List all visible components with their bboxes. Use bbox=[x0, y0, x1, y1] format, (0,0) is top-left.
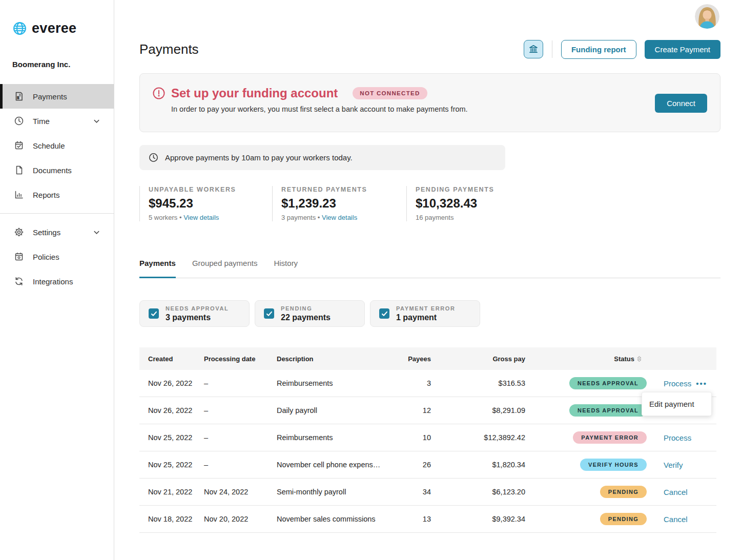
cell-description: Reimbursements bbox=[277, 379, 403, 387]
col-processing-date: Processing date bbox=[204, 355, 277, 363]
table-row: Nov 26, 2022 – Reimbursements 3 $316.53 … bbox=[139, 370, 716, 397]
cell-payees: 10 bbox=[403, 433, 439, 442]
sidebar-item-policies[interactable]: Policies bbox=[0, 244, 114, 269]
sidebar-item-label: Documents bbox=[33, 166, 72, 175]
row-action-link[interactable]: Process bbox=[664, 379, 691, 388]
menu-item-edit-payment[interactable]: Edit payment bbox=[642, 399, 711, 409]
sidebar-item-reports[interactable]: Reports bbox=[0, 182, 114, 207]
bar-chart-icon bbox=[14, 190, 24, 200]
checkbox-checked-icon[interactable] bbox=[264, 308, 274, 319]
page-title: Payments bbox=[139, 42, 524, 57]
filter-pending[interactable]: PENDING 22 payments bbox=[255, 300, 365, 327]
cell-created: Nov 25, 2022 bbox=[139, 461, 204, 469]
stat-sub: 5 workers • bbox=[149, 214, 182, 221]
user-avatar[interactable] bbox=[695, 4, 719, 29]
cell-payees: 26 bbox=[403, 461, 439, 469]
checkbox-checked-icon[interactable] bbox=[379, 308, 389, 319]
sidebar-item-payments[interactable]: $ Payments bbox=[0, 84, 114, 109]
stat-label: UNPAYABLE WORKERS bbox=[149, 186, 272, 193]
topbar bbox=[115, 0, 742, 33]
chevron-down-icon[interactable] bbox=[93, 117, 100, 125]
cell-created: Nov 18, 2022 bbox=[139, 515, 204, 523]
status-badge: PENDING bbox=[600, 486, 647, 498]
payments-table: Created Processing date Description Paye… bbox=[139, 347, 716, 533]
row-action-link[interactable]: Cancel bbox=[664, 515, 688, 524]
clock-icon bbox=[14, 116, 24, 126]
cell-created: Nov 25, 2022 bbox=[139, 433, 204, 442]
col-payees: Payees bbox=[403, 355, 439, 363]
tab-grouped-payments[interactable]: Grouped payments bbox=[192, 259, 258, 278]
sidebar-item-label: Schedule bbox=[33, 141, 65, 150]
status-badge: VERIFY HOURS bbox=[580, 459, 647, 471]
document-icon bbox=[14, 165, 24, 175]
stat-value: $945.23 bbox=[149, 196, 272, 211]
cell-gross-pay: $316.53 bbox=[439, 379, 533, 387]
filter-count: 1 payment bbox=[396, 313, 456, 322]
col-description: Description bbox=[277, 355, 403, 363]
bank-icon bbox=[528, 44, 539, 54]
cell-gross-pay: $12,3892.42 bbox=[439, 433, 533, 442]
stat-label: PENDING PAYMENTS bbox=[416, 186, 539, 193]
connect-button[interactable]: Connect bbox=[655, 94, 707, 113]
sidebar-item-time[interactable]: Time bbox=[0, 109, 114, 133]
cell-description: Semi-monthly payroll bbox=[277, 488, 403, 496]
sidebar-item-label: Payments bbox=[33, 92, 67, 101]
tab-bar: Payments Grouped payments History bbox=[139, 259, 720, 278]
sidebar-item-label: Policies bbox=[33, 253, 59, 261]
view-details-link[interactable]: View details bbox=[183, 214, 219, 221]
svg-text:$: $ bbox=[17, 95, 19, 100]
row-action-link[interactable]: Process bbox=[664, 433, 691, 442]
stats-row: UNPAYABLE WORKERS $945.23 5 workers • Vi… bbox=[139, 186, 720, 221]
cell-created: Nov 21, 2022 bbox=[139, 488, 204, 496]
row-menu-icon[interactable] bbox=[696, 379, 707, 388]
sidebar-item-label: Time bbox=[33, 117, 50, 126]
row-context-menu: Edit payment bbox=[642, 392, 712, 416]
sidebar: everee Boomerang Inc. $ Payments Time Sc… bbox=[0, 0, 114, 560]
cell-processing-date: Nov 20, 2022 bbox=[204, 515, 277, 523]
filter-needs-approval[interactable]: NEEDS APPROVAL 3 payments bbox=[139, 300, 250, 327]
row-action-link[interactable]: Cancel bbox=[664, 488, 688, 496]
cell-created: Nov 26, 2022 bbox=[139, 379, 204, 387]
cell-gross-pay: $1,820.34 bbox=[439, 461, 533, 469]
filter-label: PAYMENT ERROR bbox=[396, 305, 456, 312]
col-created: Created bbox=[139, 355, 204, 363]
funding-banner-description: In order to pay your workers, you must f… bbox=[171, 105, 707, 113]
sidebar-item-documents[interactable]: Documents bbox=[0, 158, 114, 182]
chevron-down-icon[interactable] bbox=[93, 229, 100, 236]
sidebar-item-integrations[interactable]: Integrations bbox=[0, 269, 114, 294]
view-details-link[interactable]: View details bbox=[322, 214, 357, 221]
table-row: Nov 21, 2022 Nov 24, 2022 Semi-monthly p… bbox=[139, 479, 716, 506]
filter-payment-error[interactable]: PAYMENT ERROR 1 payment bbox=[370, 300, 480, 327]
cell-description: November sales commissions bbox=[277, 515, 403, 523]
col-status: Status bbox=[614, 355, 634, 363]
sort-icon[interactable] bbox=[637, 356, 642, 362]
cell-payees: 3 bbox=[403, 379, 439, 387]
funding-banner-title: Set up your funding account bbox=[171, 86, 338, 100]
cell-gross-pay: $9,392.34 bbox=[439, 515, 533, 523]
clock-icon bbox=[148, 152, 159, 163]
cell-gross-pay: $6,123.20 bbox=[439, 488, 533, 496]
stat-value: $10,328.43 bbox=[416, 196, 539, 211]
gear-icon bbox=[14, 227, 24, 237]
funding-report-button[interactable]: Funding report bbox=[561, 40, 636, 59]
tab-payments[interactable]: Payments bbox=[139, 259, 176, 278]
cell-processing-date: – bbox=[204, 379, 277, 387]
everee-logo: everee bbox=[12, 20, 101, 36]
globe-icon bbox=[12, 21, 27, 36]
create-payment-button[interactable]: Create Payment bbox=[645, 40, 720, 59]
stat-unpayable-workers: UNPAYABLE WORKERS $945.23 5 workers • Vi… bbox=[139, 186, 272, 221]
sidebar-item-schedule[interactable]: Schedule bbox=[0, 133, 114, 158]
filter-label: PENDING bbox=[281, 305, 331, 312]
header-divider bbox=[552, 40, 552, 58]
cell-gross-pay: $8,291.09 bbox=[439, 406, 533, 414]
funding-account-button[interactable] bbox=[524, 40, 543, 58]
cell-processing-date: Nov 24, 2022 bbox=[204, 488, 277, 496]
filter-count: 3 payments bbox=[166, 313, 229, 322]
stat-label: RETURNED PAYMENTS bbox=[281, 186, 406, 193]
sidebar-item-settings[interactable]: Settings bbox=[0, 220, 114, 244]
not-connected-badge: NOT CONNECTED bbox=[353, 87, 427, 99]
checkbox-checked-icon[interactable] bbox=[149, 308, 159, 319]
row-action-link[interactable]: Verify bbox=[664, 461, 683, 469]
tab-history[interactable]: History bbox=[274, 259, 298, 278]
filter-count: 22 payments bbox=[281, 313, 331, 322]
